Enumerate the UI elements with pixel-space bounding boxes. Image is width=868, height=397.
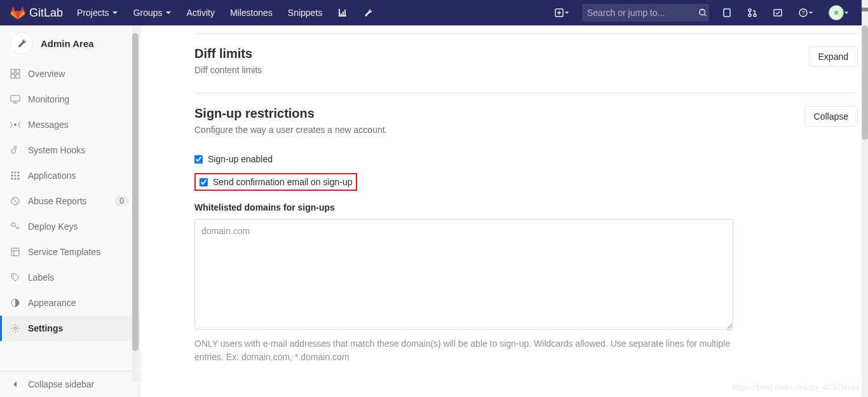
- user-menu[interactable]: [826, 3, 851, 23]
- svg-point-23: [15, 178, 17, 180]
- gear-icon: [10, 323, 20, 333]
- whitelist-domains-textarea[interactable]: [194, 219, 733, 330]
- help-icon: ?: [798, 8, 808, 18]
- nav-projects[interactable]: Projects: [71, 1, 125, 24]
- sidebar-item-service-templates[interactable]: Service Templates: [0, 239, 139, 265]
- svg-point-19: [11, 175, 13, 177]
- sidebar-item-label: Settings: [28, 323, 63, 333]
- plus-icon: [554, 8, 564, 18]
- issues-icon: [722, 8, 732, 18]
- chart-icon: [337, 8, 348, 18]
- collapse-button[interactable]: Collapse: [804, 106, 858, 127]
- sidebar-item-messages[interactable]: Messages: [0, 112, 139, 137]
- collapse-sidebar-button[interactable]: Collapse sidebar: [0, 372, 139, 397]
- sidebar-item-overview[interactable]: Overview: [0, 61, 139, 87]
- collapse-sidebar-label: Collapse sidebar: [28, 379, 94, 389]
- main-scrollbar-thumb[interactable]: [862, 25, 868, 140]
- svg-point-14: [14, 123, 17, 126]
- key-icon: [10, 221, 20, 232]
- sidebar-item-labels[interactable]: Labels: [0, 265, 139, 290]
- signup-enabled-checkbox[interactable]: [194, 155, 203, 164]
- svg-rect-2: [724, 9, 730, 17]
- send-confirmation-label[interactable]: Send confirmation email on sign-up: [213, 177, 352, 187]
- gitlab-logo[interactable]: GitLab: [10, 5, 63, 20]
- todos-button[interactable]: [770, 5, 785, 20]
- svg-point-22: [11, 178, 13, 180]
- sidebar-item-monitoring[interactable]: Monitoring: [0, 87, 139, 112]
- sidebar-item-label: System Hooks: [28, 145, 85, 155]
- gitlab-logo-text: GitLab: [29, 6, 63, 20]
- wrench-icon: [363, 8, 373, 18]
- svg-point-1: [700, 10, 705, 15]
- search-icon: [698, 8, 707, 17]
- signup-enabled-label[interactable]: Sign-up enabled: [208, 154, 273, 164]
- sidebar-item-label: Abuse Reports: [28, 196, 87, 206]
- sidebar-item-deploy-keys[interactable]: Deploy Keys: [0, 214, 139, 239]
- svg-rect-12: [16, 74, 20, 78]
- abuse-reports-count: 0: [114, 196, 129, 206]
- nav-chart-icon[interactable]: [331, 1, 354, 24]
- svg-rect-27: [11, 248, 19, 256]
- sidebar-item-label: Applications: [28, 171, 76, 181]
- admin-area-icon: [10, 32, 33, 55]
- top-navbar: GitLab Projects Groups Activity Mileston…: [0, 0, 862, 25]
- todos-icon: [773, 8, 783, 18]
- send-confirmation-checkbox[interactable]: [200, 178, 208, 186]
- search-box[interactable]: [582, 4, 709, 22]
- sidebar-item-appearance[interactable]: Appearance: [0, 290, 139, 316]
- sidebar-footer: Collapse sidebar: [0, 371, 139, 397]
- expand-button[interactable]: Expand: [809, 46, 858, 67]
- topbar-right: ?: [552, 3, 851, 23]
- help-button[interactable]: ?: [796, 5, 816, 20]
- svg-point-30: [14, 327, 17, 330]
- sidebar-item-label: Monitoring: [28, 94, 69, 104]
- plus-button[interactable]: [552, 5, 572, 20]
- main-scrollbar-up[interactable]: [862, 8, 868, 11]
- nav-groups[interactable]: Groups: [127, 1, 178, 24]
- nav-wrench-icon[interactable]: [356, 1, 379, 24]
- sidebar-item-settings[interactable]: Settings: [0, 316, 139, 341]
- sidebar-scrollbar-thumb[interactable]: [132, 33, 139, 351]
- section-header: Diff limits Diff content limits Expand: [194, 46, 858, 75]
- chevron-down-icon: [844, 10, 849, 15]
- chevron-down-icon: [165, 10, 172, 16]
- svg-rect-13: [11, 95, 20, 101]
- nav-milestones[interactable]: Milestones: [224, 1, 279, 24]
- sidebar-header[interactable]: Admin Area: [0, 25, 139, 61]
- sidebar-item-abuse-reports[interactable]: Abuse Reports 0: [0, 188, 139, 214]
- sidebar-item-system-hooks[interactable]: System Hooks: [0, 137, 139, 163]
- nav-activity-label: Activity: [187, 8, 215, 18]
- topbar-left: GitLab Projects Groups Activity Mileston…: [10, 1, 379, 24]
- section-title: Sign-up restrictions: [194, 106, 388, 121]
- nav-activity[interactable]: Activity: [180, 1, 221, 24]
- issues-button[interactable]: [719, 5, 735, 20]
- section-signup-restrictions: Sign-up restrictions Configure the way a…: [194, 94, 858, 377]
- nav-snippets[interactable]: Snippets: [281, 1, 329, 24]
- section-diff-limits: Diff limits Diff content limits Expand: [194, 33, 858, 94]
- sidebar-title: Admin Area: [41, 38, 94, 49]
- chevron-down-icon: [564, 10, 569, 15]
- nav-milestones-label: Milestones: [230, 8, 273, 18]
- svg-point-28: [13, 275, 14, 276]
- svg-point-21: [18, 175, 20, 177]
- nav-projects-label: Projects: [77, 8, 109, 18]
- whitelist-label: Whitelisted domains for sign-ups: [194, 202, 858, 212]
- svg-point-15: [14, 146, 17, 149]
- sidebar-item-label: Labels: [28, 272, 54, 282]
- section-desc: Diff content limits: [194, 65, 262, 75]
- nav-groups-label: Groups: [133, 8, 163, 18]
- appearance-icon: [10, 298, 20, 308]
- svg-point-16: [11, 172, 13, 174]
- sidebar-item-applications[interactable]: Applications: [0, 163, 139, 188]
- merge-requests-button[interactable]: [745, 5, 760, 20]
- send-confirmation-row-highlighted: Send confirmation email on sign-up: [194, 173, 357, 191]
- sidebar-item-label: Service Templates: [28, 247, 100, 257]
- svg-rect-10: [16, 69, 20, 73]
- svg-point-17: [15, 172, 17, 174]
- svg-point-5: [754, 14, 756, 17]
- svg-point-4: [749, 14, 751, 17]
- whitelist-help-text: ONLY users with e-mail addresses that ma…: [194, 337, 733, 364]
- search-input[interactable]: [587, 8, 698, 18]
- svg-point-18: [18, 172, 20, 174]
- collapse-icon: [10, 379, 20, 389]
